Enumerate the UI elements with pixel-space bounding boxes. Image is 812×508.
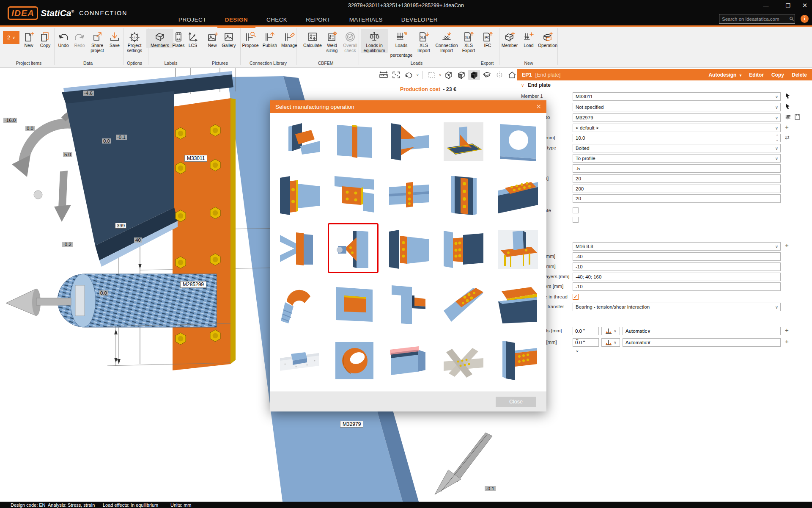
tab-materials[interactable]: MATERIALS <box>340 13 392 27</box>
operation-thumb-cleat[interactable] <box>388 229 430 270</box>
plus-icon[interactable]: + <box>785 327 789 333</box>
plus-icon[interactable]: + <box>785 243 789 248</box>
input-width-mm[interactable]: 200 <box>573 185 781 193</box>
close-button[interactable]: Close <box>496 397 536 407</box>
input-top-mm[interactable]: -5 <box>573 164 781 173</box>
view-cube-solid-icon[interactable] <box>468 70 480 80</box>
operation-thumb-gusset-plate[interactable] <box>279 229 321 270</box>
operation-thumb-end-plate-top[interactable] <box>334 175 375 216</box>
operation-thumb-concrete-block[interactable] <box>279 340 321 381</box>
chevron-down-icon: ∨ <box>12 36 15 40</box>
copy-button[interactable]: Copy <box>771 72 784 78</box>
input-top-layers-mm[interactable]: -40 <box>573 252 781 261</box>
operation-thumb-timber-connection[interactable] <box>443 340 484 381</box>
editor-button[interactable]: Editor <box>749 72 764 78</box>
ribbon-button-label: Copy <box>40 43 51 48</box>
operation-thumb-opening[interactable] <box>497 121 539 162</box>
svg-text:XLS: XLS <box>420 36 426 39</box>
weld-size-input[interactable]: 0.0⌃⌄ <box>573 338 599 347</box>
input-connected-to[interactable]: M32979∨ <box>573 113 781 122</box>
tab-check[interactable]: CHECK <box>257 13 296 27</box>
operation-button[interactable]: Operation <box>534 29 561 48</box>
cursor-icon[interactable] <box>785 93 790 99</box>
weld-type-dropdown[interactable]: ∨ <box>601 327 620 335</box>
operation-thumb-splice[interactable] <box>388 175 430 216</box>
close-icon[interactable]: ✕ <box>536 103 541 110</box>
status-3: Units: mm <box>170 502 192 508</box>
input-vertical-layers-mm[interactable]: -10 <box>573 282 781 291</box>
fit-view-icon[interactable] <box>390 70 402 80</box>
input-left-mm[interactable]: 20 <box>573 194 781 203</box>
plus-icon[interactable]: + <box>785 124 789 130</box>
measure-icon[interactable] <box>378 70 390 80</box>
operation-thumb-stiffener[interactable] <box>334 121 375 162</box>
operation-thumb-patch-plate[interactable] <box>334 284 375 325</box>
operation-thumb-bolted-beam-plate[interactable] <box>497 340 539 381</box>
operation-thumb-stiffening-plate[interactable] <box>443 175 484 216</box>
input-bottom-mm[interactable]: 20 <box>573 174 781 183</box>
operation-thumb-opening-in-tube[interactable] <box>334 340 375 381</box>
view-cube-half-icon[interactable] <box>455 70 467 80</box>
input-member-1[interactable]: M33011∨ <box>573 92 781 101</box>
home-view-icon[interactable] <box>506 70 517 80</box>
input-connection-type[interactable]: Bolted∨ <box>573 144 781 152</box>
autodesign-button[interactable]: Autodesign ▾ <box>708 72 741 78</box>
close-window-button[interactable]: ✕ <box>798 1 812 10</box>
restore-button[interactable]: ❐ <box>781 1 795 10</box>
view-cube-wire-icon[interactable] <box>443 70 455 80</box>
board-icon[interactable] <box>795 114 800 120</box>
cursor-icon[interactable] <box>785 103 790 110</box>
swap-icon[interactable]: ⇄ <box>785 134 790 141</box>
clipped-view-icon[interactable] <box>481 70 493 80</box>
member-label[interactable]: M32979 <box>340 421 363 428</box>
input-horizontal-layers-mm[interactable]: -40; 40; 160 <box>573 273 781 281</box>
tab-developer[interactable]: DEVELOPER <box>392 13 447 27</box>
checkbox-notched-plate[interactable] <box>573 207 579 213</box>
stack-icon[interactable] <box>785 114 791 120</box>
weld-type-dropdown[interactable]: ∨ <box>601 338 620 347</box>
input-material[interactable]: < default >∨ <box>573 124 781 132</box>
search-input[interactable] <box>719 17 790 22</box>
chevron-down-icon[interactable]: ∨ <box>521 83 524 88</box>
checkbox-field[interactable] <box>573 217 579 223</box>
input-dimensions[interactable]: To profile∨ <box>573 154 781 163</box>
loads-in-equilibrium-button[interactable]: Loads inequilibrium <box>361 29 388 53</box>
operation-thumb-splice-on-diagonal[interactable] <box>443 284 484 325</box>
member-label[interactable]: M33011 <box>184 155 207 162</box>
operation-thumb-lap-plate[interactable] <box>497 284 539 325</box>
operation-thumb-end-plate-to-column[interactable] <box>279 175 321 216</box>
operation-thumb-notch-with-plate[interactable] <box>388 284 430 325</box>
chevron-down-icon[interactable]: ∨ <box>416 73 419 77</box>
input-shear-force-transfer[interactable]: Bearing - tension/shear interaction∨ <box>573 303 781 311</box>
operation-thumb-widener[interactable] <box>388 121 430 162</box>
plus-icon[interactable]: + <box>785 339 789 345</box>
operation-thumb-cut-of-member[interactable] <box>279 121 321 162</box>
weld-mode-dropdown[interactable]: Automatic∨ <box>623 327 781 335</box>
operation-thumb-surface-plate[interactable] <box>497 175 539 216</box>
rotate-view-icon[interactable] <box>403 70 415 80</box>
member-label[interactable]: M285299 <box>180 281 206 288</box>
chevron-down-icon[interactable]: ∨ <box>439 73 442 77</box>
minimize-button[interactable]: — <box>759 1 773 10</box>
checkbox-shear-plane-in-thread[interactable]: ✓ <box>573 294 579 300</box>
field-trailing-icons: + <box>785 124 789 130</box>
operation-thumb-flange-cleats[interactable] <box>443 229 484 270</box>
operation-thumb-cold-formed-reinforcement[interactable] <box>388 340 430 381</box>
info-icon[interactable]: i <box>801 15 809 23</box>
weld-mode-dropdown[interactable]: Automatic∨ <box>623 338 781 347</box>
operation-thumb-stiffening-member[interactable] <box>443 121 484 162</box>
search-box[interactable]: ⚲ <box>719 14 795 24</box>
input-thickness-mm[interactable]: 10.0⌃⌄ <box>573 134 781 142</box>
tab-design[interactable]: DESIGN <box>216 13 257 27</box>
input-left-layers-mm[interactable]: -10 <box>573 262 781 271</box>
project-settings-button[interactable]: </>Projectsettings <box>121 29 148 53</box>
input-member-2[interactable]: Not specified∨ <box>573 103 781 111</box>
operation-thumb-base-plate[interactable] <box>497 229 539 270</box>
input-type[interactable]: M16 8.8∨ <box>573 242 781 251</box>
operation-thumb-bend-of-member[interactable] <box>279 284 321 325</box>
weld-size-input[interactable]: 0.0⌃⌄ <box>573 327 599 335</box>
delete-button[interactable]: Delete <box>792 72 807 78</box>
tab-project[interactable]: PROJECT <box>169 13 216 27</box>
tab-report[interactable]: REPORT <box>296 13 340 27</box>
operation-type: [End plate] <box>535 72 561 78</box>
